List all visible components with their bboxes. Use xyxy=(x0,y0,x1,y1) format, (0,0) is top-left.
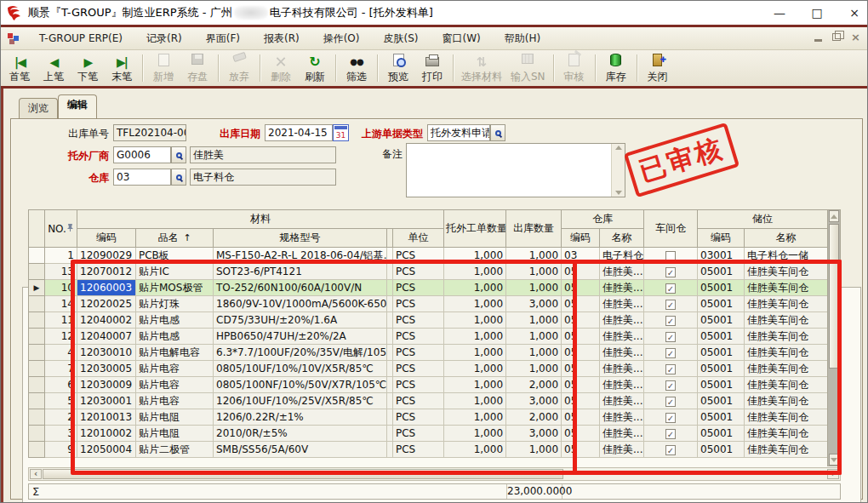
cell-name[interactable]: 贴片MOS极管 xyxy=(136,280,214,296)
cell-out-qty[interactable]: 1,000 xyxy=(506,264,562,280)
cell-workshop[interactable]: ✓ xyxy=(644,409,698,426)
toolbar-button-下笔[interactable]: ▶下笔 xyxy=(71,52,105,84)
toolbar-button-预览[interactable]: 预览 xyxy=(381,52,415,84)
cell-out-qty[interactable]: 1,000 xyxy=(506,248,562,264)
cell-order-qty[interactable]: 1,000 xyxy=(444,329,506,345)
row-indicator[interactable] xyxy=(29,264,45,280)
cell-workshop[interactable] xyxy=(644,248,698,264)
cell-out-qty[interactable]: 1,000 xyxy=(506,312,562,329)
cell-name[interactable]: 贴片IC xyxy=(136,264,214,280)
cell-unit[interactable]: PCS xyxy=(393,345,444,361)
toolbar-button-上笔[interactable]: ◀上笔 xyxy=(37,52,71,84)
cell-narrow[interactable] xyxy=(387,296,393,312)
cell-loc-name[interactable]: 佳胜美车间仓 xyxy=(745,377,827,393)
row-indicator[interactable] xyxy=(29,248,45,264)
header-wh-name[interactable]: 名称 xyxy=(600,229,644,248)
cell-code[interactable]: 12020025 xyxy=(77,296,136,312)
vendor-code-field[interactable]: G0006 xyxy=(113,146,171,163)
cell-workshop[interactable]: ✓ xyxy=(644,377,698,393)
checkbox-checked-icon[interactable]: ✓ xyxy=(665,445,676,455)
cell-wh-code[interactable]: 05 xyxy=(562,329,600,345)
checkbox-checked-icon[interactable]: ✓ xyxy=(665,348,676,358)
cell-spec[interactable]: 6.3*7.7/100UF/20%/35V/电解/105℃ xyxy=(214,345,387,361)
cell-workshop[interactable]: ✓ xyxy=(644,426,698,442)
cell-wh-code[interactable]: 05 xyxy=(562,442,600,458)
menu-item-1[interactable]: 记录(R) xyxy=(134,29,194,48)
toolbar-button-末笔[interactable]: ▶|末笔 xyxy=(105,52,139,84)
cell-loc-name[interactable]: 佳胜美车间仓 xyxy=(745,296,827,312)
checkbox-checked-icon[interactable]: ✓ xyxy=(665,316,676,326)
cell-order-qty[interactable]: 1,000 xyxy=(444,442,506,458)
cell-wh-name[interactable]: 佳胜美... xyxy=(600,409,644,426)
cell-code[interactable]: 12040007 xyxy=(77,329,136,345)
cell-loc-name[interactable]: 电子料仓一储 xyxy=(745,248,827,264)
cell-out-qty[interactable]: 1,000 xyxy=(506,361,562,377)
cell-loc-name[interactable]: 佳胜美车间仓 xyxy=(745,442,827,458)
scroll-down-icon[interactable] xyxy=(829,454,839,466)
cell-unit[interactable]: PCS xyxy=(393,329,444,345)
scroll-up-icon[interactable] xyxy=(829,210,839,222)
row-indicator[interactable] xyxy=(29,426,45,442)
cell-unit[interactable]: PCS xyxy=(393,377,444,393)
cell-out-qty[interactable]: 3,000 xyxy=(506,426,562,442)
cell-no[interactable]: 3 xyxy=(45,426,77,442)
cell-no[interactable]: 1 xyxy=(45,248,77,264)
cell-order-qty[interactable]: 1,000 xyxy=(444,264,506,280)
cell-narrow[interactable] xyxy=(387,442,393,458)
cell-loc-name[interactable]: 佳胜美车间仓 xyxy=(745,264,827,280)
cell-unit[interactable]: PCS xyxy=(393,361,444,377)
cell-narrow[interactable] xyxy=(387,393,393,409)
tab-browse[interactable]: 浏览 xyxy=(19,98,58,118)
cell-order-qty[interactable]: 1,000 xyxy=(444,409,506,426)
menu-item-6[interactable]: 窗口(W) xyxy=(430,29,492,48)
cell-name[interactable]: 贴片电容 xyxy=(136,361,214,377)
row-indicator[interactable] xyxy=(29,409,45,426)
cell-loc-code[interactable]: 05001 xyxy=(698,393,745,409)
cell-out-qty[interactable]: 1,000 xyxy=(506,280,562,296)
cell-name[interactable]: PCB板 xyxy=(136,248,214,264)
mdi-restore-button[interactable] xyxy=(832,33,841,41)
cell-code[interactable]: 12050004 xyxy=(77,442,136,458)
checkbox-checked-icon[interactable]: ✓ xyxy=(665,364,676,374)
cell-wh-code[interactable]: 05 xyxy=(562,426,600,442)
cell-out-qty[interactable]: 2,000 xyxy=(506,377,562,393)
cell-wh-code[interactable]: 05 xyxy=(562,345,600,361)
cell-loc-name[interactable]: 佳胜美车间仓 xyxy=(745,361,827,377)
toolbar-button-刷新[interactable]: ↻刷新 xyxy=(298,52,332,84)
cell-wh-code[interactable]: 05 xyxy=(562,393,600,409)
toolbar-button-库存[interactable]: 库存 xyxy=(599,52,633,84)
row-indicator[interactable] xyxy=(29,393,45,409)
cell-spec[interactable]: 1206/10UF/10%/25V/X5R/85℃ xyxy=(214,393,387,409)
vendor-lookup-button[interactable] xyxy=(171,146,186,163)
header-loc-name[interactable]: 名称 xyxy=(745,229,827,248)
checkbox-checked-icon[interactable]: ✓ xyxy=(665,413,676,423)
row-indicator[interactable] xyxy=(29,361,45,377)
cell-workshop[interactable]: ✓ xyxy=(644,442,698,458)
cell-narrow[interactable] xyxy=(387,377,393,393)
tab-edit[interactable]: 编辑 xyxy=(58,94,97,118)
remark-textarea[interactable] xyxy=(406,143,625,197)
cell-spec[interactable]: SOT23-6/PT4121 xyxy=(214,264,387,280)
cell-out-qty[interactable]: 1,000 xyxy=(506,442,562,458)
cell-wh-name[interactable]: 佳胜美... xyxy=(600,361,644,377)
cell-name[interactable]: 贴片电容 xyxy=(136,377,214,393)
cell-name[interactable]: 贴片电容 xyxy=(136,393,214,409)
cell-loc-name[interactable]: 佳胜美车间仓 xyxy=(745,426,827,442)
scroll-left-icon[interactable]: ‹ xyxy=(30,469,42,479)
cell-wh-code[interactable]: 05 xyxy=(562,280,600,296)
header-order-qty[interactable]: 托外工单数量 xyxy=(444,210,506,248)
cell-name[interactable]: 贴片电阻 xyxy=(136,426,214,442)
cell-spec[interactable]: CD75/33UH/±20%/1.6A xyxy=(214,312,387,329)
menu-item-0[interactable]: T-GROUP ERP(E) xyxy=(27,29,134,48)
cell-out-qty[interactable]: 1,000 xyxy=(506,345,562,361)
remark-scrollbar[interactable] xyxy=(611,144,625,197)
cell-unit[interactable]: PCS xyxy=(393,442,444,458)
menu-item-5[interactable]: 皮肤(S) xyxy=(372,29,431,48)
warehouse-code-field[interactable]: 03 xyxy=(113,169,171,186)
cell-order-qty[interactable]: 1,000 xyxy=(444,361,506,377)
cell-name[interactable]: 贴片电感 xyxy=(136,312,214,329)
menu-item-2[interactable]: 界面(F) xyxy=(194,29,252,48)
cell-spec[interactable]: 2010/0R/±5% xyxy=(214,426,387,442)
header-workshop[interactable]: 车间仓 xyxy=(644,210,698,248)
header-loc-code[interactable]: 编码 xyxy=(698,229,745,248)
